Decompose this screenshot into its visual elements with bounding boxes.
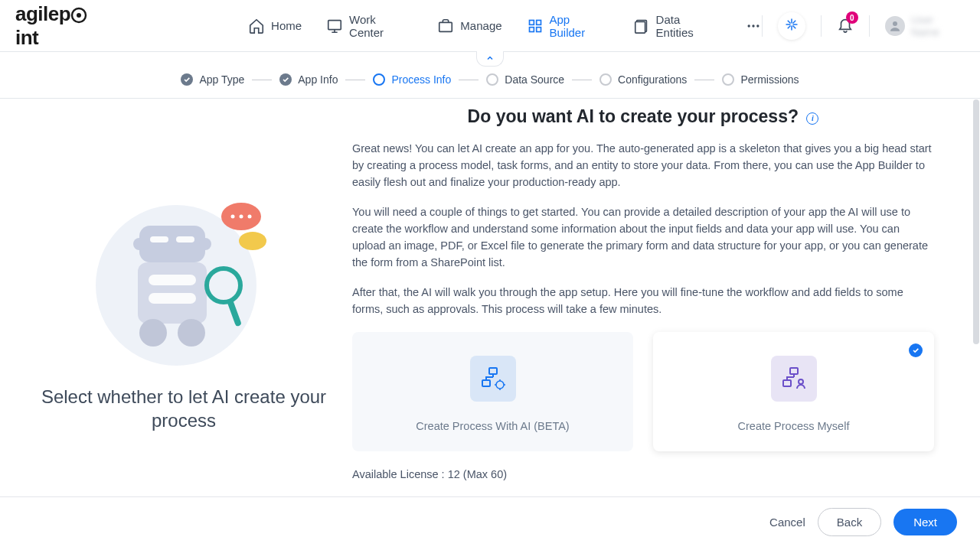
nav-data-entities[interactable]: Data Entities	[633, 13, 720, 39]
avatar-icon	[885, 16, 905, 36]
selected-check-icon	[909, 343, 923, 357]
right-column: Do you want AI to create your process? i…	[352, 106, 949, 496]
svg-rect-33	[482, 380, 490, 386]
divider	[762, 15, 763, 37]
notifications-button[interactable]: 0	[837, 16, 854, 35]
svg-point-12	[756, 24, 759, 27]
license-line: Available License : 12 (Max 60)	[352, 468, 934, 480]
process-ai-icon	[470, 356, 516, 402]
top-header: agilepint Home Work Center Manage App Bu…	[0, 0, 980, 52]
svg-point-22	[199, 238, 211, 250]
svg-point-23	[139, 319, 167, 347]
left-column: Select whether to let AI create your pro…	[31, 106, 337, 496]
bell-icon	[837, 23, 854, 35]
step-app-info[interactable]: App Info	[279, 73, 338, 86]
divider	[821, 15, 822, 37]
card-label: Create Process Myself	[666, 420, 921, 432]
svg-rect-9	[635, 21, 645, 33]
grid-icon	[527, 18, 544, 34]
wizard-stepper: App Type App Info Process Info Data Sour…	[0, 67, 980, 99]
more-icon	[745, 18, 762, 34]
nav-label: Home	[271, 19, 302, 32]
svg-rect-5	[536, 20, 541, 24]
svg-rect-18	[139, 226, 205, 262]
nav-home[interactable]: Home	[248, 18, 302, 34]
nav-app-builder[interactable]: App Builder	[527, 13, 609, 39]
svg-rect-2	[328, 20, 341, 29]
cancel-button[interactable]: Cancel	[769, 516, 805, 529]
step-connector	[252, 80, 272, 80]
username: User Name	[911, 14, 965, 38]
svg-point-26	[231, 214, 235, 218]
nav-label: Manage	[460, 19, 501, 32]
svg-point-28	[248, 214, 252, 218]
nav-label: Work Center	[349, 13, 413, 39]
card-create-with-ai[interactable]: Create Process With AI (BETA)	[352, 332, 633, 451]
entities-icon	[633, 18, 650, 34]
step-permissions[interactable]: Permissions	[722, 73, 799, 86]
step-process-info[interactable]: Process Info	[373, 73, 451, 86]
app-switcher-button[interactable]	[778, 12, 805, 40]
main-nav: Home Work Center Manage App Builder Data…	[248, 13, 762, 39]
svg-rect-35	[790, 368, 798, 374]
pinwheel-icon	[785, 18, 799, 34]
svg-rect-36	[783, 380, 791, 386]
svg-rect-3	[439, 22, 452, 31]
header-right: 0 User Name	[762, 12, 965, 40]
chevron-up-icon	[485, 53, 495, 65]
svg-rect-17	[149, 293, 196, 304]
circle-icon	[373, 73, 385, 86]
nav-manage[interactable]: Manage	[437, 18, 501, 34]
step-connector	[572, 80, 592, 80]
left-caption: Select whether to let AI create your pro…	[31, 385, 337, 432]
svg-point-11	[752, 24, 754, 27]
svg-point-21	[133, 238, 145, 250]
circle-icon	[599, 73, 612, 86]
svg-point-10	[747, 24, 750, 27]
main-content: Select whether to let AI create your pro…	[0, 99, 980, 496]
svg-rect-20	[176, 236, 194, 242]
svg-rect-32	[489, 368, 497, 374]
svg-point-1	[77, 13, 81, 18]
intro-para-1: Great news! You can let AI create an app…	[352, 141, 934, 190]
step-configurations[interactable]: Configurations	[599, 73, 687, 86]
step-app-type[interactable]: App Type	[181, 73, 244, 86]
svg-rect-19	[150, 236, 168, 242]
next-button[interactable]: Next	[893, 509, 957, 535]
intro-para-3: After that, the AI will walk you through…	[352, 285, 934, 318]
robot-illustration	[92, 171, 276, 369]
collapse-button[interactable]	[476, 51, 504, 67]
page-title: Do you want AI to create your process? i	[352, 106, 934, 127]
svg-rect-4	[529, 20, 534, 24]
option-cards: Create Process With AI (BETA) Create Pro…	[352, 332, 934, 451]
divider	[869, 15, 870, 37]
monitor-icon	[326, 18, 343, 34]
svg-point-34	[496, 381, 504, 389]
svg-point-29	[239, 232, 266, 250]
nav-work-center[interactable]: Work Center	[326, 13, 413, 39]
card-label: Create Process With AI (BETA)	[365, 420, 620, 432]
nav-label: Data Entities	[656, 13, 720, 39]
briefcase-icon	[437, 18, 454, 34]
back-button[interactable]: Back	[818, 508, 881, 536]
user-menu[interactable]: User Name	[885, 14, 965, 38]
svg-point-37	[799, 379, 803, 384]
svg-point-27	[240, 214, 243, 218]
wizard-footer: Cancel Back Next	[0, 496, 980, 537]
process-self-icon	[771, 356, 817, 402]
check-icon	[279, 73, 292, 86]
step-data-source[interactable]: Data Source	[486, 73, 564, 86]
info-icon[interactable]: i	[806, 112, 818, 125]
collapse-header	[0, 51, 980, 67]
home-icon	[248, 18, 265, 34]
svg-point-13	[893, 21, 897, 26]
step-connector	[459, 80, 479, 80]
nav-more[interactable]	[745, 18, 762, 34]
logo: agilepint	[15, 2, 110, 50]
svg-rect-6	[529, 27, 534, 31]
card-create-myself[interactable]: Create Process Myself	[653, 332, 934, 451]
svg-rect-16	[149, 275, 196, 285]
check-icon	[181, 73, 193, 86]
circle-icon	[486, 73, 498, 86]
scrollbar[interactable]	[973, 99, 979, 344]
